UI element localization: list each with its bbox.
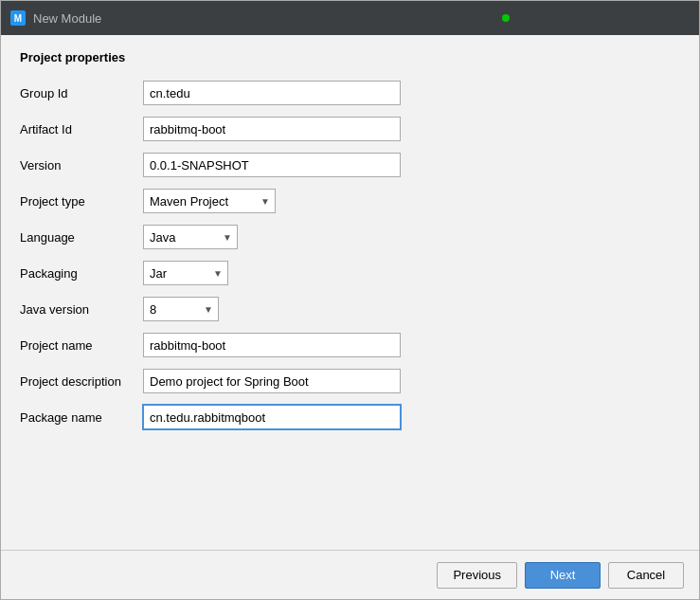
package-name-input[interactable] [143,405,401,429]
green-indicator [502,14,510,22]
version-input[interactable] [143,153,401,177]
dialog: M New Module Project properties Group Id… [0,0,700,600]
project-type-label: Project type [20,194,143,209]
module-icon: M [10,10,26,26]
project-type-select-wrapper: Maven Project Gradle Project ▼ [143,189,276,213]
project-description-label: Project description [20,374,143,389]
group-id-input[interactable] [143,81,401,105]
java-version-select[interactable]: 8 11 17 [143,297,219,321]
previous-button[interactable]: Previous [437,562,517,589]
java-version-select-wrapper: 8 11 17 ▼ [143,297,219,321]
project-description-input[interactable] [143,369,401,393]
language-label: Language [20,230,143,245]
package-name-row: Package name [20,404,680,430]
language-select-wrapper: Java Kotlin Groovy ▼ [143,225,238,249]
next-button[interactable]: Next [525,562,601,589]
section-title: Project properties [20,50,680,64]
packaging-row: Packaging Jar War ▼ [20,260,680,286]
project-type-row: Project type Maven Project Gradle Projec… [20,188,680,214]
title-bar: M New Module [1,1,699,35]
packaging-select-wrapper: Jar War ▼ [143,261,228,285]
group-id-row: Group Id [20,80,680,106]
version-label: Version [20,158,143,173]
language-row: Language Java Kotlin Groovy ▼ [20,224,680,250]
dialog-content: Project properties Group Id Artifact Id … [1,35,699,550]
project-name-input[interactable] [143,333,401,357]
artifact-id-label: Artifact Id [20,122,143,136]
cancel-button[interactable]: Cancel [608,562,684,589]
packaging-select[interactable]: Jar War [143,261,228,285]
bottom-bar: Previous Next Cancel [1,550,699,599]
project-description-row: Project description [20,368,680,394]
project-name-label: Project name [20,338,143,353]
language-select[interactable]: Java Kotlin Groovy [143,225,238,249]
packaging-label: Packaging [20,266,143,281]
java-version-label: Java version [20,302,143,317]
dialog-title: New Module [33,11,101,26]
artifact-id-input[interactable] [143,117,401,141]
project-type-select[interactable]: Maven Project Gradle Project [143,189,276,213]
version-row: Version [20,152,680,178]
package-name-label: Package name [20,410,143,425]
group-id-label: Group Id [20,86,143,100]
project-name-row: Project name [20,332,680,358]
artifact-id-row: Artifact Id [20,116,680,142]
java-version-row: Java version 8 11 17 ▼ [20,296,680,322]
